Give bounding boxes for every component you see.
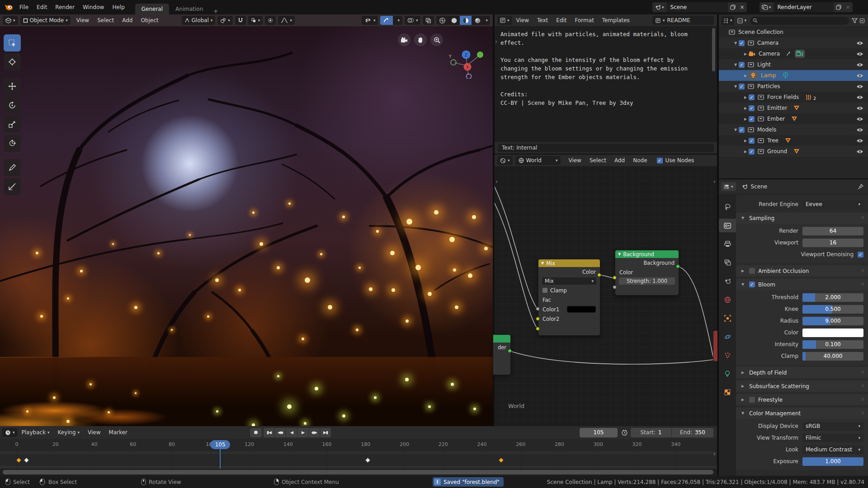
region-expand-arrow[interactable]: › [495, 38, 497, 45]
shading-solid-button[interactable] [448, 16, 460, 25]
property-dropdown[interactable]: Medium Contrast▾ [802, 446, 863, 454]
panel-header-freestyle[interactable]: ▶Freestyle⠿ [736, 394, 868, 405]
disclosure-triangle-icon[interactable]: ▼ [732, 84, 739, 89]
mix-node-header[interactable]: ▼Mix [538, 259, 600, 267]
mesh-icon[interactable] [793, 105, 800, 111]
scene-name[interactable]: Scene [666, 2, 728, 12]
disclosure-triangle-icon[interactable]: ▶ [742, 74, 749, 78]
playhead[interactable] [220, 451, 221, 469]
3d-viewport-canvas[interactable] [0, 14, 493, 426]
property-slider[interactable]: 0.100 [802, 340, 863, 349]
node-menu-select[interactable]: Select [585, 157, 610, 164]
proportional-editing-toggle[interactable] [265, 16, 276, 25]
prev-keyframe-button[interactable]: ◀◆ [275, 428, 286, 437]
viewport-menu-add[interactable]: Add [118, 17, 137, 23]
partial-node-header[interactable] [493, 335, 510, 343]
clamp-checkbox[interactable] [542, 288, 547, 293]
shading-dropdown-icon[interactable]: ▾ [483, 19, 490, 23]
outliner-display-mode-button[interactable]: ▾ [736, 16, 748, 25]
collection-checkbox[interactable]: ✓ [749, 116, 755, 122]
property-slider[interactable]: 40.000 [802, 352, 863, 361]
collection-checkbox[interactable]: ✓ [749, 138, 755, 144]
overlays-dropdown[interactable]: ▾ [405, 16, 421, 25]
outliner-row-force-fields[interactable]: ▶✓Force Fields2 [719, 92, 868, 103]
property-slider[interactable]: 1.000 [802, 457, 863, 466]
timeline-scroll-thumb[interactable] [3, 470, 713, 474]
xray-toggle[interactable] [423, 16, 434, 25]
menu-file[interactable]: File [15, 4, 33, 10]
add-workspace-button[interactable]: + [209, 8, 222, 14]
disclosure-triangle-icon[interactable]: ▼ [732, 128, 739, 132]
property-dropdown[interactable]: sRGB▾ [802, 422, 863, 431]
shader-type-selector[interactable]: World ▾ [515, 156, 561, 165]
background-node-header[interactable]: ▼Background [615, 250, 679, 258]
properties-tab-world[interactable] [719, 293, 736, 306]
tool-measure[interactable] [4, 178, 21, 195]
timeline-track[interactable] [0, 451, 717, 469]
panel-header-bloom[interactable]: ▼✓Bloom⠿ [736, 279, 868, 290]
property-checkbox[interactable]: ✓ [858, 252, 863, 258]
outliner-row-lamp[interactable]: ▶Lamp [719, 70, 868, 81]
visibility-eye-icon[interactable] [856, 127, 863, 132]
panel-disclosure-icon[interactable]: ▶ [740, 384, 746, 388]
background-strength-field[interactable]: Strength: 1.000 [619, 277, 675, 285]
property-slider[interactable]: 9.000 [802, 317, 863, 325]
properties-tab-particles[interactable] [719, 348, 736, 362]
pivot-point-button[interactable]: ▾ [217, 16, 233, 25]
light-data-icon[interactable] [782, 72, 789, 80]
color1-swatch[interactable] [567, 306, 596, 313]
node-menu-node[interactable]: Node [629, 157, 651, 164]
panel-header-sampling[interactable]: ▼Sampling⠿ [736, 212, 868, 224]
panel-disclosure-icon[interactable]: ▼ [740, 411, 746, 415]
timeline-editor-type-button[interactable]: ▾ [2, 428, 18, 437]
viewport-menu-select[interactable]: Select [93, 17, 118, 23]
color-swatch[interactable] [802, 328, 863, 337]
property-value-field[interactable]: 16 [802, 239, 863, 247]
view-layer-icon[interactable]: ▾ [760, 2, 774, 12]
background-strength-socket[interactable] [613, 285, 617, 289]
panel-disclosure-icon[interactable]: ▼ [740, 282, 746, 286]
region-expand-arrow-right[interactable]: ‹ [713, 178, 716, 185]
disclosure-triangle-icon[interactable]: ▶ [742, 95, 749, 99]
disclosure-triangle-icon[interactable]: ▶ [742, 117, 749, 121]
disclosure-triangle-icon[interactable]: ▶ [742, 106, 749, 110]
transform-orientation[interactable]: Global▾ [182, 16, 216, 25]
copy-scene-button[interactable] [728, 2, 738, 12]
pin-icon[interactable] [858, 184, 863, 190]
render-engine-dropdown[interactable]: Eevee▾ [802, 200, 863, 209]
menu-help[interactable]: Help [108, 4, 128, 10]
region-expand-arrow-left[interactable]: › [495, 178, 498, 185]
disclosure-triangle-icon[interactable]: ▼ [732, 63, 739, 67]
zoom-icon[interactable] [430, 33, 443, 46]
scene-selector[interactable]: ▾ Scene × [652, 2, 747, 12]
panel-checkbox[interactable]: ✓ [749, 282, 755, 287]
shading-rendered-button[interactable] [472, 16, 483, 25]
outliner-options-icon[interactable] [859, 18, 865, 23]
tool-transform[interactable] [4, 135, 21, 152]
tool-move[interactable] [4, 78, 21, 95]
pan-hand-icon[interactable] [414, 33, 427, 46]
proportional-falloff-dropdown[interactable]: ▾ [278, 16, 295, 25]
disclosure-triangle-icon[interactable]: ▶ [742, 150, 749, 154]
collection-checkbox[interactable]: ✓ [749, 105, 755, 111]
collection-checkbox[interactable]: ✓ [749, 94, 755, 100]
properties-tab-view-layer[interactable] [719, 256, 736, 269]
collection-checkbox[interactable]: ✓ [739, 62, 745, 68]
properties-tab-texture[interactable] [719, 385, 736, 399]
scene-icon[interactable]: ▾ [652, 2, 666, 12]
text-editor-type-button[interactable]: ▾ [497, 16, 512, 25]
visibility-eye-icon[interactable] [856, 95, 863, 100]
shading-wireframe-button[interactable] [436, 16, 448, 25]
properties-tab-physics[interactable] [719, 330, 736, 343]
disclosure-triangle-icon[interactable]: ▼ [732, 41, 739, 45]
viewport-menu-view[interactable]: View [72, 17, 93, 23]
copy-layer-button[interactable] [834, 2, 844, 12]
blender-logo[interactable] [4, 3, 14, 11]
text-menu-format[interactable]: Format [571, 17, 598, 23]
mix-fac-socket[interactable] [536, 307, 540, 311]
camera-data-icon[interactable] [795, 50, 805, 58]
editor-type-button[interactable]: ▾ [3, 16, 18, 25]
world-output-node-partial[interactable] [713, 330, 717, 361]
tab-animation[interactable]: Animation [169, 4, 209, 14]
disclosure-triangle-icon[interactable]: ▶ [742, 139, 749, 143]
